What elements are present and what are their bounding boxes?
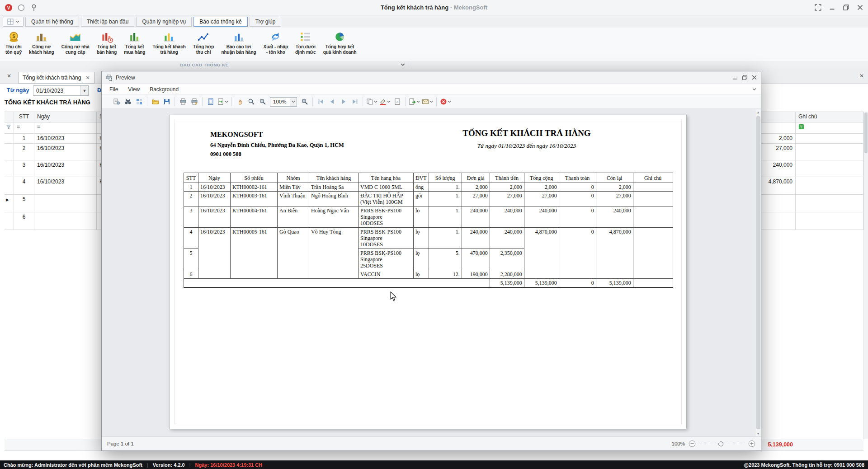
hand-tool-button[interactable] — [234, 96, 245, 107]
fullscreen-button[interactable] — [815, 4, 821, 11]
zoom-out-button[interactable] — [257, 96, 268, 107]
ribbon-item[interactable]: $Thu chitồn quỹ — [2, 29, 25, 56]
nav-next-icon — [340, 98, 347, 105]
search-button[interactable] — [122, 96, 133, 107]
thumbnails-button[interactable] — [133, 96, 145, 107]
ribbon-tab[interactable]: Báo cáo thống kê — [193, 17, 247, 27]
funnel-icon — [6, 124, 11, 130]
row-indicator — [5, 212, 14, 230]
tab-strip-close-button[interactable]: ✕ — [5, 72, 13, 80]
ribbon-item[interactable]: Tổng kếtmua hàng — [120, 29, 149, 56]
menu-file[interactable]: File — [104, 85, 123, 94]
preview-maximize-button[interactable] — [742, 75, 748, 80]
minimize-button[interactable] — [829, 4, 835, 11]
grid-vertical-scrollbar[interactable] — [863, 112, 868, 439]
filter-cell-ghichu[interactable] — [796, 122, 863, 133]
close-preview-button[interactable] — [439, 96, 452, 107]
chevron-down-icon[interactable]: ▼ — [80, 86, 88, 95]
zoom-slider-knob[interactable] — [718, 441, 723, 446]
svg-text:$: $ — [12, 33, 15, 39]
previous-page-button[interactable] — [326, 96, 338, 107]
open-button[interactable] — [150, 96, 161, 107]
chevron-down-icon[interactable] — [290, 98, 297, 106]
menubar-options-icon[interactable] — [752, 87, 756, 91]
ribbon-launcher-button[interactable] — [3, 17, 24, 27]
ribbon-tab[interactable]: Quản trị hệ thống — [25, 17, 79, 27]
menu-background[interactable]: Background — [145, 85, 184, 94]
zoom-in-button[interactable] — [299, 96, 310, 107]
first-page-button[interactable] — [315, 96, 326, 107]
close-button[interactable] — [857, 4, 863, 11]
cell-ngay: 16/10/2023 — [34, 160, 97, 177]
tab-close-icon[interactable]: ✕ — [85, 75, 90, 81]
filter-cell-stt[interactable]: = — [14, 122, 34, 133]
ribbon-item[interactable]: Công nợ nhàcung cấp — [58, 29, 93, 56]
scroll-up-icon[interactable]: ▲ — [755, 109, 761, 115]
preview-vertical-scrollbar[interactable]: ▲ ▼ — [755, 109, 761, 436]
col-header-ghichu[interactable]: Ghi chú — [796, 112, 863, 122]
col-header-stt[interactable]: STT — [14, 112, 34, 122]
ribbon-item[interactable]: Tổng hợpthu chi — [189, 29, 218, 56]
panel-close-button[interactable]: ✕ — [858, 72, 865, 80]
bar-chart-red-icon — [101, 31, 113, 43]
ribbon-item[interactable]: Tổng kếtbán hàng — [93, 29, 120, 56]
nav-prev-icon — [329, 98, 336, 105]
ribbon-tab[interactable]: Quản lý nghiệp vụ — [136, 17, 192, 27]
multiple-pages-button[interactable] — [365, 96, 378, 107]
report-totals-row: 5,139,0005,139,00005,139,000 — [184, 279, 673, 288]
scroll-down-icon[interactable]: ▼ — [755, 430, 761, 436]
print-button[interactable] — [177, 96, 189, 107]
titlebar-controls — [815, 4, 863, 11]
document-tab-active[interactable]: Tổng kết khách trả hàng ✕ — [18, 72, 94, 84]
ribbon-tab[interactable]: Trợ giúp — [250, 17, 282, 27]
menu-view[interactable]: View — [123, 85, 145, 94]
next-page-button[interactable] — [338, 96, 349, 107]
multi-page-icon — [366, 98, 373, 105]
zoom-in-icon — [301, 98, 308, 105]
save-button[interactable] — [161, 96, 172, 107]
maximize-button[interactable] — [843, 4, 849, 11]
ribbon-item[interactable]: Tổng kết kháchtrả hàng — [149, 29, 189, 56]
zoom-in-button[interactable] — [748, 440, 755, 447]
export-button[interactable] — [408, 96, 421, 107]
chevron-down-icon — [387, 100, 391, 103]
filter-cell-ngay[interactable]: = — [34, 122, 97, 133]
preview-titlebar[interactable]: Preview — [102, 71, 761, 84]
page-setup-icon — [207, 98, 214, 105]
col-header-ngay[interactable]: Ngày — [34, 112, 97, 122]
ribbon-item-label: Tổng kết kháchtrả hàng — [152, 44, 185, 55]
ribbon-item[interactable]: Báo cáo lợinhuận bán hàng — [217, 29, 259, 56]
group-expand-icon[interactable] — [401, 62, 405, 67]
ribbon-item[interactable]: Tổng hợp kếtquả kinh doanh — [320, 29, 360, 56]
document-options-button[interactable] — [111, 96, 122, 107]
scale-button[interactable] — [216, 96, 229, 107]
quick-print-button[interactable] — [189, 96, 200, 107]
send-email-button[interactable] — [421, 96, 434, 107]
ribbon-tab-list: Quản trị hệ thốngThiết lập ban đầuQuản l… — [25, 17, 281, 27]
row-indicator — [5, 177, 14, 194]
scrollbar-thumb[interactable] — [756, 116, 760, 429]
report-col-header: Thành tiền — [490, 173, 524, 183]
ribbon-item[interactable]: Tồn dướiđịnh mức — [292, 29, 320, 56]
cell-stt: 1 — [14, 134, 34, 143]
preview-minimize-button[interactable] — [732, 75, 738, 80]
toolbar-separator — [312, 97, 313, 106]
from-date-input[interactable]: 01/10/2023 ▼ — [33, 85, 89, 96]
preview-close-button[interactable] — [751, 75, 757, 80]
scrollbar-thumb[interactable] — [864, 113, 868, 153]
page-color-button[interactable] — [378, 96, 392, 107]
row-indicator — [5, 134, 14, 143]
zoom-combo[interactable]: 100% — [270, 97, 297, 107]
watermark-button[interactable]: A — [392, 96, 403, 107]
ribbon-tab[interactable]: Thiết lập ban đầu — [81, 17, 135, 27]
ribbon-item[interactable]: Công nợkhách hàng — [25, 29, 58, 56]
preview-window: Preview FileViewBackground 100%A MEKONGS… — [101, 71, 761, 451]
magnifier-button[interactable] — [245, 96, 257, 107]
report-title: TỔNG KẾT KHÁCH TRẢ HÀNG — [400, 128, 653, 138]
zoom-out-button[interactable] — [689, 440, 696, 447]
zoom-slider[interactable] — [699, 441, 745, 446]
ribbon-item[interactable]: Xuất - nhập- tồn kho — [260, 29, 292, 56]
report-col-header: STT — [184, 173, 198, 183]
page-setup-button[interactable] — [205, 96, 216, 107]
last-page-button[interactable] — [349, 96, 360, 107]
